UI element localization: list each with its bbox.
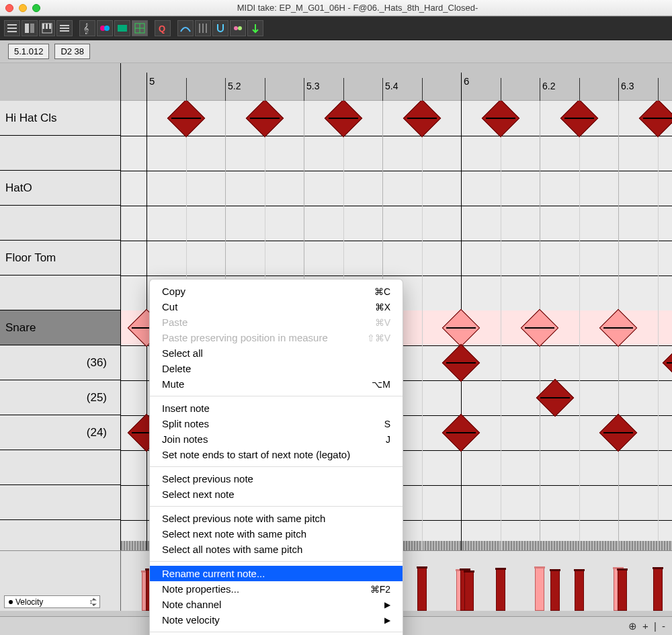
svg-rect-9: [60, 25, 69, 26]
velocity-bar[interactable]: [464, 572, 474, 611]
velocity-bar[interactable]: [550, 570, 560, 611]
svg-rect-11: [60, 30, 69, 32]
menu-item[interactable]: Select next note: [150, 486, 403, 502]
midi-note[interactable]: [560, 101, 598, 137]
row-header[interactable]: (25): [0, 380, 120, 415]
window-maximize-button[interactable]: [32, 4, 40, 12]
row-header[interactable]: Floor Tom: [0, 241, 120, 276]
row-header[interactable]: Snare: [0, 310, 120, 345]
toolbar-fx-chain-button[interactable]: [230, 20, 246, 36]
toolbar-step-record-button[interactable]: [247, 20, 263, 36]
menu-item[interactable]: Select previous note: [150, 471, 403, 486]
svg-rect-6: [42, 24, 44, 29]
svg-point-19: [238, 26, 242, 30]
row-header[interactable]: HatO: [0, 171, 120, 206]
window-title: MIDI take: EP_M_G01_06H - F@06._Hats_8th…: [48, 3, 667, 13]
toolbar-quantize-button[interactable]: Q: [155, 20, 171, 36]
toolbar-named-notes-button[interactable]: [97, 20, 113, 36]
toolbar-drum-editor-button[interactable]: [22, 20, 38, 36]
svg-rect-2: [7, 31, 17, 32]
row-header[interactable]: Hi Hat Cls: [0, 101, 120, 136]
velocity-lane-sidebar: Velocity: [0, 551, 121, 611]
toolbar-color-by-button[interactable]: [114, 20, 130, 36]
svg-rect-15: [118, 25, 127, 32]
ruler-label: 6.2: [542, 81, 555, 91]
note-context-menu[interactable]: Copy⌘CCut⌘XPaste⌘VPaste preserving posit…: [149, 279, 403, 635]
ruler-label: 5.2: [228, 81, 241, 91]
velocity-bar[interactable]: [653, 568, 663, 611]
velocity-bar[interactable]: [496, 569, 505, 611]
svg-point-14: [104, 26, 110, 31]
toolbar-treble-clef-button[interactable]: 𝄞: [79, 20, 95, 36]
menu-item[interactable]: Insert note: [150, 400, 403, 416]
ruler-label: 5.3: [306, 81, 319, 91]
ruler-spacer: [0, 63, 121, 101]
midi-note[interactable]: [324, 101, 362, 137]
velocity-bar[interactable]: [417, 568, 427, 611]
toolbar-snap-button[interactable]: [212, 20, 228, 36]
time-ruler[interactable]: 55.25.35.466.26.3: [121, 63, 672, 101]
menu-item: Paste⌘V: [150, 314, 403, 330]
row-header[interactable]: [0, 450, 120, 485]
svg-point-18: [234, 26, 238, 30]
row-header[interactable]: (36): [0, 345, 120, 380]
midi-note[interactable]: [167, 101, 205, 137]
menu-item[interactable]: Split notesS: [150, 416, 403, 431]
midi-note[interactable]: [403, 101, 441, 137]
row-header[interactable]: [0, 485, 120, 520]
svg-rect-7: [46, 24, 48, 29]
ruler-label: 5.4: [385, 81, 398, 91]
toolbar-humanize-button[interactable]: [177, 20, 194, 36]
svg-rect-10: [60, 28, 69, 29]
ruler-label: 5: [149, 75, 155, 87]
velocity-bar[interactable]: [535, 568, 544, 611]
menu-item[interactable]: Cut⌘X: [150, 299, 403, 314]
toolbar-piano-roll-button[interactable]: [39, 20, 55, 36]
velocity-bar[interactable]: [575, 570, 584, 611]
menu-item[interactable]: Delete: [150, 361, 403, 376]
svg-rect-3: [25, 24, 29, 33]
menu-item[interactable]: Mute⌥M: [150, 376, 403, 392]
toolbar-grid-visible-button[interactable]: [195, 20, 211, 36]
menu-item: Paste preserving position in measure⇧⌘V: [150, 330, 403, 345]
toolbar-inline-notation-button[interactable]: [56, 20, 73, 36]
velocity-bar[interactable]: [618, 570, 627, 611]
svg-rect-4: [30, 24, 34, 33]
menu-item[interactable]: Copy⌘C: [150, 284, 403, 299]
svg-rect-8: [49, 24, 51, 29]
midi-note[interactable]: [481, 101, 519, 137]
cc-lane-label: Velocity: [15, 597, 43, 607]
zoom-controls[interactable]: ⊕ + | -: [628, 620, 667, 632]
midi-note[interactable]: [638, 101, 672, 137]
menu-item[interactable]: Note properties...⌘F2: [150, 581, 403, 597]
toolbar-cc-lane-button[interactable]: [132, 20, 148, 36]
toolbar-event-list-button[interactable]: [4, 20, 20, 36]
midi-note[interactable]: [245, 101, 284, 137]
row-header[interactable]: [0, 136, 120, 171]
row-names-column: Hi Hat ClsHatOFloor TomSnare(36)(25)(24): [0, 101, 121, 550]
window-close-button[interactable]: [5, 4, 13, 12]
row-header[interactable]: [0, 276, 120, 310]
window-titlebar: MIDI take: EP_M_G01_06H - F@06._Hats_8th…: [0, 0, 672, 16]
svg-rect-0: [7, 24, 17, 26]
menu-item[interactable]: Select all: [150, 345, 403, 361]
svg-text:𝄞: 𝄞: [83, 23, 89, 34]
menu-item[interactable]: Note velocity▶: [150, 612, 403, 628]
menu-item[interactable]: Select all notes with same pitch: [150, 542, 403, 557]
readouts-row: 5.1.012 D2 38: [0, 40, 672, 63]
position-readout[interactable]: 5.1.012: [8, 44, 49, 59]
menu-item[interactable]: Set note ends to start of next note (leg…: [150, 447, 403, 462]
menu-item[interactable]: Join notesJ: [150, 431, 403, 447]
menu-item[interactable]: Select next note with same pitch: [150, 526, 403, 542]
ruler-label: 6: [464, 75, 469, 87]
row-header[interactable]: [0, 206, 120, 241]
menu-item[interactable]: Rename current note...: [150, 566, 403, 581]
window-minimize-button[interactable]: [19, 4, 27, 12]
row-header[interactable]: (24): [0, 415, 120, 450]
menu-item[interactable]: Note channel▶: [150, 597, 403, 612]
cc-lane-selector[interactable]: Velocity: [4, 595, 100, 608]
note-readout[interactable]: D2 38: [54, 44, 90, 59]
menu-item[interactable]: Select previous note with same pitch: [150, 511, 403, 526]
midi-editor-toolbar: 𝄞Q: [0, 16, 672, 40]
svg-text:Q: Q: [159, 24, 165, 34]
